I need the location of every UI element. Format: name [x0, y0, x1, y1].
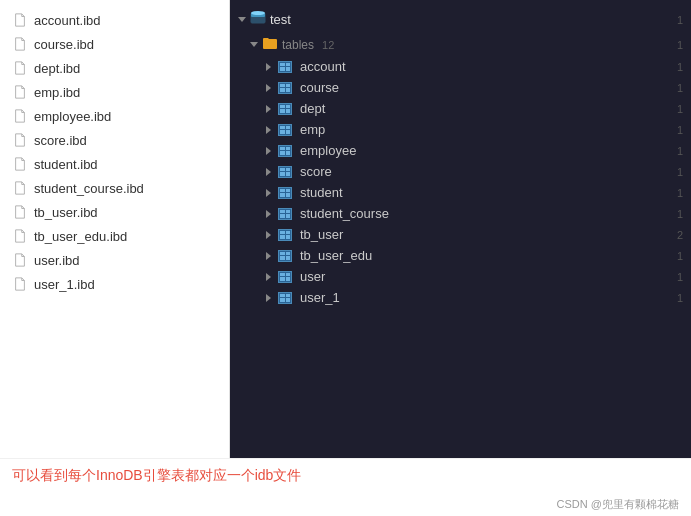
item-chevron — [262, 145, 274, 157]
file-item[interactable]: course.ibd — [0, 32, 229, 56]
tree-item-row: 2 — [677, 229, 683, 241]
tree-item-name: tb_user — [300, 227, 343, 242]
attribution: CSDN @兜里有颗棉花糖 — [0, 493, 691, 516]
tree-item-name: account — [300, 59, 346, 74]
file-icon — [12, 132, 28, 148]
file-icon — [12, 180, 28, 196]
tree-item-row: 1 — [677, 250, 683, 262]
section-label: tables — [282, 38, 314, 52]
table-icon — [278, 61, 292, 73]
item-chevron — [262, 124, 274, 136]
table-icon — [278, 271, 292, 283]
item-chevron — [262, 208, 274, 220]
file-icon — [12, 60, 28, 76]
table-icon — [278, 82, 292, 94]
tree-item-name: course — [300, 80, 339, 95]
table-icon — [278, 187, 292, 199]
item-chevron — [262, 271, 274, 283]
file-name-label: tb_user.ibd — [34, 205, 98, 220]
tree-item-name: dept — [300, 101, 325, 116]
file-name-label: course.ibd — [34, 37, 94, 52]
tree-section-tables[interactable]: tables 12 1 — [230, 33, 691, 56]
file-icon — [12, 84, 28, 100]
tree-panel: test 1 tables 12 1 — [230, 0, 691, 458]
file-icon — [12, 252, 28, 268]
file-name-label: emp.ibd — [34, 85, 80, 100]
file-item[interactable]: account.ibd — [0, 8, 229, 32]
file-item[interactable]: student_course.ibd — [0, 176, 229, 200]
tree-item-row: 1 — [677, 61, 683, 73]
tree-item[interactable]: tb_user_edu 1 — [230, 245, 691, 266]
tree-item-name: score — [300, 164, 332, 179]
file-name-label: user_1.ibd — [34, 277, 95, 292]
table-icon — [278, 103, 292, 115]
tree-item-row: 1 — [677, 271, 683, 283]
item-chevron — [262, 292, 274, 304]
tree-item-row: 1 — [677, 103, 683, 115]
tree-item-row: 1 — [677, 208, 683, 220]
item-chevron — [262, 166, 274, 178]
tree-item[interactable]: account 1 — [230, 56, 691, 77]
folder-icon — [262, 36, 278, 53]
file-name-label: student_course.ibd — [34, 181, 144, 196]
file-name-label: account.ibd — [34, 13, 101, 28]
file-icon — [12, 276, 28, 292]
file-item[interactable]: user_1.ibd — [0, 272, 229, 296]
table-icon — [278, 208, 292, 220]
tree-root[interactable]: test 1 — [230, 6, 691, 33]
tree-root-label: test — [270, 12, 291, 27]
tree-item[interactable]: course 1 — [230, 77, 691, 98]
item-chevron — [262, 103, 274, 115]
tables-row: 1 — [677, 39, 683, 51]
table-icon — [278, 124, 292, 136]
tree-item-name: user_1 — [300, 290, 340, 305]
item-chevron — [262, 61, 274, 73]
file-item[interactable]: tb_user_edu.ibd — [0, 224, 229, 248]
file-item[interactable]: emp.ibd — [0, 80, 229, 104]
file-item[interactable]: tb_user.ibd — [0, 200, 229, 224]
tree-item[interactable]: student 1 — [230, 182, 691, 203]
file-icon — [12, 204, 28, 220]
tree-item[interactable]: score 1 — [230, 161, 691, 182]
tree-item-name: student_course — [300, 206, 389, 221]
tree-item-row: 1 — [677, 292, 683, 304]
tree-item[interactable]: student_course 1 — [230, 203, 691, 224]
file-icon — [12, 156, 28, 172]
file-item[interactable]: student.ibd — [0, 152, 229, 176]
tree-item[interactable]: dept 1 — [230, 98, 691, 119]
tree-item-name: user — [300, 269, 325, 284]
file-item[interactable]: user.ibd — [0, 248, 229, 272]
tree-item[interactable]: user_1 1 — [230, 287, 691, 308]
tree-items-container: account 1 course 1 d — [230, 56, 691, 308]
item-chevron — [262, 82, 274, 94]
bottom-chinese-text: 可以看到每个InnoDB引擎表都对应一个idb文件 — [12, 467, 301, 483]
file-name-label: employee.ibd — [34, 109, 111, 124]
tree-item[interactable]: emp 1 — [230, 119, 691, 140]
file-item[interactable]: dept.ibd — [0, 56, 229, 80]
file-name-label: score.ibd — [34, 133, 87, 148]
tree-item-row: 1 — [677, 166, 683, 178]
file-icon — [12, 228, 28, 244]
item-chevron — [262, 250, 274, 262]
table-icon — [278, 166, 292, 178]
table-icon — [278, 229, 292, 241]
file-item[interactable]: score.ibd — [0, 128, 229, 152]
file-icon — [12, 12, 28, 28]
tree-item[interactable]: employee 1 — [230, 140, 691, 161]
file-name-label: user.ibd — [34, 253, 80, 268]
file-panel: account.ibd course.ibd dept.ibd emp.ibd … — [0, 0, 230, 458]
file-icon — [12, 36, 28, 52]
tables-count: 12 — [322, 39, 334, 51]
file-name-label: student.ibd — [34, 157, 98, 172]
tree-item-row: 1 — [677, 145, 683, 157]
tree-item-row: 1 — [677, 82, 683, 94]
tree-item[interactable]: tb_user 2 — [230, 224, 691, 245]
item-chevron — [262, 187, 274, 199]
tree-item-name: employee — [300, 143, 356, 158]
file-item[interactable]: employee.ibd — [0, 104, 229, 128]
tree-item[interactable]: user 1 — [230, 266, 691, 287]
bottom-text-container: 可以看到每个InnoDB引擎表都对应一个idb文件 — [0, 458, 691, 493]
tree-item-row: 1 — [677, 124, 683, 136]
svg-point-2 — [251, 11, 265, 15]
item-chevron — [262, 229, 274, 241]
